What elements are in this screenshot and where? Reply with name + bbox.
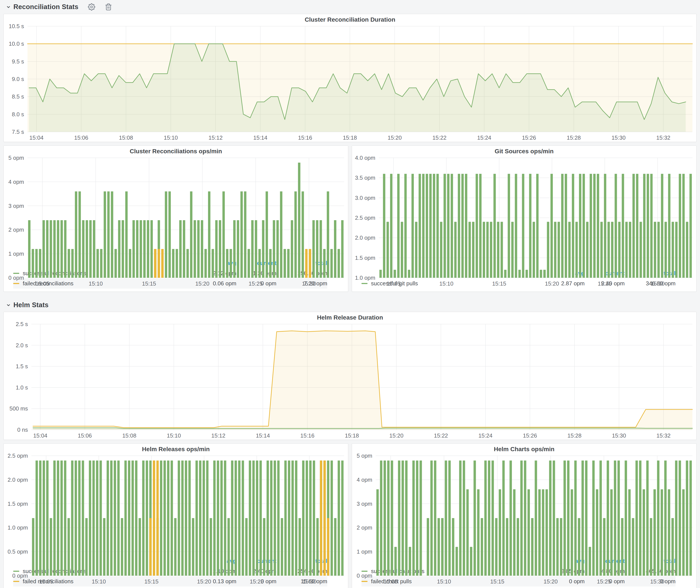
- bar[interactable]: [174, 518, 177, 576]
- bar[interactable]: [142, 460, 145, 576]
- bar[interactable]: [50, 220, 52, 278]
- bar[interactable]: [547, 222, 549, 278]
- bar[interactable]: [85, 518, 88, 576]
- bar[interactable]: [433, 174, 435, 278]
- bar[interactable]: [298, 163, 300, 278]
- bar[interactable]: [255, 220, 257, 278]
- bar[interactable]: [50, 518, 52, 576]
- bar[interactable]: [267, 460, 269, 576]
- bar[interactable]: [615, 174, 617, 278]
- bar[interactable]: [387, 222, 389, 278]
- bar[interactable]: [515, 174, 517, 278]
- bar[interactable]: [646, 460, 649, 576]
- bar[interactable]: [582, 174, 585, 278]
- bar[interactable]: [60, 460, 63, 576]
- bar[interactable]: [284, 249, 286, 278]
- bar[interactable]: [513, 489, 516, 576]
- bar[interactable]: [168, 191, 171, 278]
- bar[interactable]: [79, 191, 81, 278]
- bar[interactable]: [276, 220, 279, 278]
- bar[interactable]: [545, 489, 548, 576]
- cluster-reconciliations-ops-chart[interactable]: 0 opm1 opm2 opm3 opm4 opm5 opm15:0515:10…: [5, 155, 347, 257]
- bar[interactable]: [302, 460, 305, 576]
- bar[interactable]: [596, 489, 598, 576]
- bar[interactable]: [181, 460, 184, 576]
- bar[interactable]: [194, 220, 196, 278]
- bar[interactable]: [273, 220, 275, 278]
- bar[interactable]: [319, 220, 322, 278]
- bar[interactable]: [245, 518, 248, 576]
- bar[interactable]: [661, 174, 663, 278]
- bar[interactable]: [603, 518, 605, 576]
- bar[interactable]: [661, 489, 663, 576]
- bar[interactable]: [46, 220, 48, 278]
- bar[interactable]: [217, 460, 219, 576]
- bar[interactable]: [244, 191, 246, 278]
- bar[interactable]: [558, 222, 560, 278]
- bar[interactable]: [427, 518, 429, 576]
- bar[interactable]: [312, 220, 315, 278]
- bar[interactable]: [143, 220, 146, 278]
- bar[interactable]: [657, 460, 660, 576]
- bar[interactable]: [529, 174, 531, 278]
- bar[interactable]: [675, 460, 677, 576]
- bar[interactable]: [203, 460, 205, 576]
- bar[interactable]: [404, 174, 407, 278]
- bar[interactable]: [46, 460, 48, 576]
- bar[interactable]: [387, 460, 390, 576]
- bar[interactable]: [436, 174, 439, 278]
- bar[interactable]: [592, 460, 595, 576]
- bar[interactable]: [100, 460, 102, 576]
- bar[interactable]: [524, 460, 526, 576]
- bar[interactable]: [625, 222, 628, 278]
- bar[interactable]: [581, 460, 584, 576]
- bar[interactable]: [422, 174, 424, 278]
- section-title[interactable]: Reconciliation Stats: [13, 3, 78, 11]
- bar[interactable]: [536, 174, 539, 278]
- bar[interactable]: [600, 222, 603, 278]
- bar[interactable]: [380, 460, 382, 576]
- bar[interactable]: [640, 222, 642, 278]
- bar[interactable]: [288, 460, 290, 576]
- bar[interactable]: [611, 222, 613, 278]
- bar[interactable]: [419, 174, 421, 278]
- bar[interactable]: [338, 249, 340, 278]
- bar[interactable]: [192, 518, 194, 576]
- bar[interactable]: [526, 270, 528, 278]
- bar[interactable]: [608, 222, 610, 278]
- bar[interactable]: [408, 270, 410, 278]
- bar[interactable]: [618, 460, 620, 576]
- bar[interactable]: [178, 460, 180, 576]
- bar[interactable]: [104, 191, 106, 278]
- bar[interactable]: [411, 174, 414, 278]
- bar[interactable]: [590, 174, 592, 278]
- bar[interactable]: [302, 191, 304, 278]
- bar[interactable]: [585, 460, 587, 576]
- bar[interactable]: [540, 270, 542, 278]
- bar[interactable]: [419, 460, 422, 576]
- bar[interactable]: [206, 460, 208, 576]
- bar[interactable]: [579, 174, 581, 278]
- bar[interactable]: [71, 460, 73, 576]
- helm-releases-ops-chart[interactable]: 0 opm0.5 opm1.0 opm1.5 opm2.0 opm2.5 opm…: [5, 453, 347, 555]
- bar[interactable]: [96, 460, 98, 576]
- bar[interactable]: [563, 460, 566, 576]
- bar[interactable]: [323, 460, 326, 576]
- bar[interactable]: [213, 460, 216, 576]
- bar[interactable]: [650, 518, 652, 576]
- bar[interactable]: [445, 460, 447, 576]
- bar[interactable]: [412, 460, 415, 576]
- bar[interactable]: [672, 222, 674, 278]
- bar[interactable]: [484, 460, 487, 576]
- bar[interactable]: [107, 191, 110, 278]
- bar[interactable]: [262, 220, 264, 278]
- bar[interactable]: [219, 220, 221, 278]
- bar[interactable]: [122, 220, 124, 278]
- bar[interactable]: [497, 222, 499, 278]
- bar[interactable]: [147, 220, 149, 278]
- bar[interactable]: [454, 222, 457, 278]
- bar[interactable]: [53, 460, 56, 576]
- cluster-reconciliation-duration-chart[interactable]: 7.5 s8.0 s8.5 s9.0 s9.5 s10.0 s10.5 s15:…: [5, 24, 695, 142]
- bar[interactable]: [270, 460, 273, 576]
- bar[interactable]: [628, 489, 631, 576]
